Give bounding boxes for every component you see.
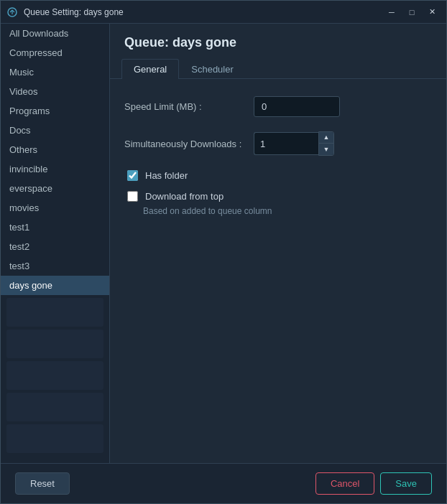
sidebar-item-all-downloads[interactable]: All Downloads xyxy=(1,24,109,43)
sidebar-item-programs[interactable]: Programs xyxy=(1,101,109,121)
sidebar-placeholder xyxy=(6,361,103,390)
footer-right: Cancel Save xyxy=(315,472,432,495)
main-content: All DownloadsCompressedMusicVideosProgra… xyxy=(1,24,446,463)
simultaneously-downloads-row: Simultaneously Downloads : ▲ ▼ xyxy=(124,131,432,156)
form-section: Speed Limit (MB) : Simultaneously Downlo… xyxy=(110,90,446,463)
reset-button[interactable]: Reset xyxy=(15,472,70,495)
sidebar-placeholder xyxy=(6,424,103,453)
speed-limit-input[interactable] xyxy=(254,96,340,117)
download-from-top-checkbox[interactable] xyxy=(127,191,138,202)
sidebar-placeholder xyxy=(6,330,103,358)
tab-scheduler[interactable]: Scheduler xyxy=(179,59,246,79)
simultaneously-downloads-spinner: ▲ ▼ xyxy=(254,131,334,156)
sidebar-item-videos[interactable]: Videos xyxy=(1,82,109,101)
window-controls: ─ □ ✕ xyxy=(383,5,441,19)
spinner-buttons: ▲ ▼ xyxy=(318,131,334,156)
simultaneously-downloads-input[interactable] xyxy=(254,132,318,155)
sidebar-item-test3[interactable]: test3 xyxy=(1,256,109,276)
save-button[interactable]: Save xyxy=(380,472,432,495)
minimize-button[interactable]: ─ xyxy=(383,5,400,19)
content-header: Queue: days gone xyxy=(110,24,446,59)
cancel-button[interactable]: Cancel xyxy=(315,472,374,495)
content-area: Queue: days gone GeneralScheduler Speed … xyxy=(110,24,446,463)
maximize-button[interactable]: □ xyxy=(403,5,420,19)
sidebar-placeholder xyxy=(6,298,103,327)
has-folder-label[interactable]: Has folder xyxy=(145,170,188,181)
sidebar-item-days-gone[interactable]: days gone xyxy=(1,276,109,295)
sidebar-item-everspace[interactable]: everspace xyxy=(1,179,109,198)
has-folder-checkbox[interactable] xyxy=(127,170,138,181)
has-folder-row: Has folder xyxy=(124,170,432,181)
app-icon xyxy=(6,6,18,18)
sidebar-placeholder xyxy=(6,393,103,421)
sidebar-item-docs[interactable]: Docs xyxy=(1,121,109,140)
sidebar-item-compressed[interactable]: Compressed xyxy=(1,43,109,62)
sidebar-item-test2[interactable]: test2 xyxy=(1,237,109,256)
speed-limit-label: Speed Limit (MB) : xyxy=(124,101,254,112)
sidebar-item-invincible[interactable]: invincible xyxy=(1,159,109,179)
sidebar: All DownloadsCompressedMusicVideosProgra… xyxy=(1,24,110,463)
tabs: GeneralScheduler xyxy=(110,59,446,79)
sidebar-item-movies[interactable]: movies xyxy=(1,198,109,218)
spinner-down-button[interactable]: ▼ xyxy=(319,144,333,155)
sidebar-item-others[interactable]: Others xyxy=(1,140,109,159)
tab-general[interactable]: General xyxy=(121,59,179,79)
window-title: Queue Setting: days gone xyxy=(24,7,383,17)
download-from-top-row: Download from top xyxy=(124,191,432,202)
hint-text: Based on added to queue column xyxy=(143,206,432,216)
close-button[interactable]: ✕ xyxy=(423,5,441,19)
download-from-top-label[interactable]: Download from top xyxy=(145,191,224,202)
spinner-up-button[interactable]: ▲ xyxy=(319,132,333,144)
sidebar-item-music[interactable]: Music xyxy=(1,62,109,82)
speed-limit-row: Speed Limit (MB) : xyxy=(124,96,432,117)
window: Queue Setting: days gone ─ □ ✕ All Downl… xyxy=(0,0,447,504)
titlebar: Queue Setting: days gone ─ □ ✕ xyxy=(1,1,446,24)
footer: Reset Cancel Save xyxy=(1,463,446,503)
page-title: Queue: days gone xyxy=(124,35,432,50)
simultaneously-downloads-label: Simultaneously Downloads : xyxy=(124,139,254,149)
sidebar-item-test1[interactable]: test1 xyxy=(1,218,109,237)
